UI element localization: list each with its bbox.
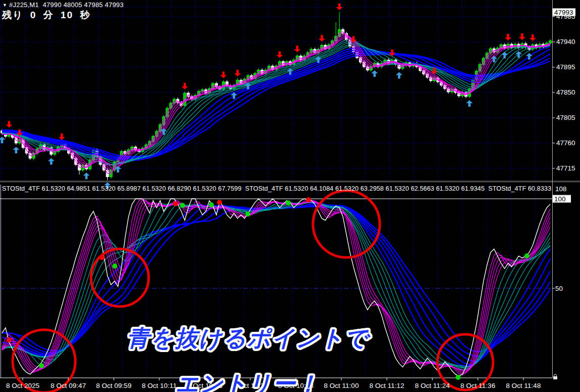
svg-text:47940: 47940 <box>556 38 575 46</box>
chart-title-row: ▼#J225,M1 47990 48005 47985 47993 <box>3 1 123 9</box>
svg-text:47805: 47805 <box>556 114 575 121</box>
buy-dot <box>39 363 44 368</box>
svg-text:8 Oct 09:47: 8 Oct 09:47 <box>51 382 86 389</box>
sell-arrow-icon <box>59 134 65 140</box>
sell-arrow-icon <box>182 83 188 90</box>
buy-arrow-icon <box>48 158 55 164</box>
svg-text:100: 100 <box>554 195 566 203</box>
buy-arrow-icon <box>371 70 378 77</box>
svg-text:47760: 47760 <box>556 139 575 147</box>
buy-dot <box>245 211 250 216</box>
sell-dot <box>217 200 222 205</box>
sell-arrow-icon <box>519 33 525 40</box>
symbol-dropdown-icon[interactable]: ▼ <box>3 3 7 8</box>
mt4-chart-window: 4798547940478954785047805477604771547993… <box>0 0 580 392</box>
sell-arrow-icon <box>319 35 325 41</box>
svg-text:108: 108 <box>555 185 567 193</box>
indicator-values-row: STOStd_4TF 61.5320 64.9851 61.5320 65.89… <box>2 185 551 192</box>
buy-dot <box>209 202 214 207</box>
symbol-period-label: #J225,M1 <box>9 1 39 9</box>
svg-text:47850: 47850 <box>556 89 575 96</box>
buy-dot <box>524 253 529 258</box>
sell-dot <box>306 197 311 202</box>
buy-dot <box>180 203 185 208</box>
buy-arrow-icon <box>501 52 508 58</box>
svg-text:8 Oct 2025: 8 Oct 2025 <box>6 382 39 389</box>
buy-dot <box>286 200 291 205</box>
svg-text:47993: 47993 <box>554 9 573 16</box>
sell-dot <box>173 201 178 206</box>
annotation-line-2: エントリー！ <box>114 370 382 392</box>
svg-text:50: 50 <box>555 285 563 292</box>
sell-arrow-icon <box>505 34 511 40</box>
svg-text:47715: 47715 <box>556 164 575 172</box>
scale-lock-icon <box>553 374 557 379</box>
sell-arrow-icon <box>276 51 283 58</box>
buy-arrow-icon <box>466 100 473 107</box>
sell-arrow-icon <box>220 71 227 78</box>
buy-dot <box>112 264 117 269</box>
sell-dot <box>7 337 12 342</box>
svg-text:8 Oct 11:48: 8 Oct 11:48 <box>506 382 541 389</box>
buy-arrow-icon <box>83 172 90 179</box>
sell-arrow-icon <box>6 121 12 127</box>
annotation-text: 青を抜けるポイントで エントリー！ <box>114 307 382 392</box>
candle-countdown-timer: 残り 0 分 10 秒 <box>2 9 91 22</box>
pane-separator <box>0 181 580 182</box>
indicator-scale[interactable]: 10810050 <box>553 185 571 292</box>
sell-arrow-icon <box>234 70 241 76</box>
svg-text:47895: 47895 <box>556 63 575 71</box>
buy-arrow-icon <box>13 147 19 153</box>
sell-arrow-icon <box>294 46 300 52</box>
svg-text:8 Oct 11:24: 8 Oct 11:24 <box>415 382 450 389</box>
ohlc-values: 47990 48005 47985 47993 <box>42 1 123 9</box>
buy-arrow-icon <box>396 72 403 78</box>
buy-dot <box>456 375 461 380</box>
annotation-line-1: 青を抜けるポイントで <box>114 325 382 352</box>
svg-text:8 Oct 11:36: 8 Oct 11:36 <box>461 382 496 389</box>
